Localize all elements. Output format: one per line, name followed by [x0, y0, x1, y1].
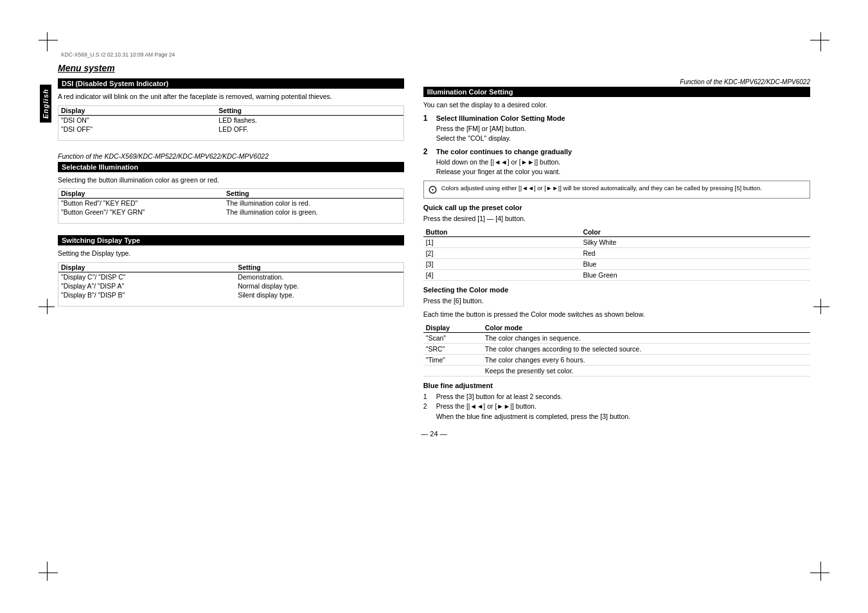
corner-mark	[39, 40, 58, 40]
page: KDC-X569_U.S r2 02.10.31 10:09 AM Page 2…	[0, 0, 868, 613]
table-row: [1] Silky White	[423, 237, 810, 248]
page-content: KDC-X569_U.S r2 02.10.31 10:09 AM Page 2…	[58, 51, 810, 562]
center-mark	[820, 299, 821, 314]
sw-row2-setting: Normal display type.	[235, 281, 403, 290]
blue-step-1-text: Press the [3] button for at least 2 seco…	[436, 392, 563, 402]
corner-mark	[47, 32, 48, 51]
dsi-section-title: DSI (Disabled System Indicator)	[58, 78, 404, 89]
switching-table: Display Setting "Display C"/ "DISP C" De…	[58, 263, 403, 299]
dsi-section: DSI (Disabled System Indicator) A red in…	[58, 78, 404, 141]
cm-row4-display	[423, 365, 483, 376]
blue-fine-title: Blue fine adjustment	[423, 382, 810, 389]
color-mode-intro: Press the [6] button.	[423, 296, 810, 306]
function-header-left: Function of the KDC-X569/KDC-MP522/KDC-M…	[58, 152, 404, 160]
selectable-illumination-title: Selectable Illumination	[58, 162, 404, 172]
table-row: "Button Green"/ "KEY GRN" The illuminati…	[58, 208, 403, 217]
dsi-row2-display: "DSI OFF"	[58, 125, 216, 134]
print-info: KDC-X569_U.S r2 02.10.31 10:09 AM Page 2…	[61, 51, 810, 58]
table-row: "Display C"/ "DISP C" Demonstration.	[58, 272, 403, 282]
color-mode-description: Each time the button is pressed the Colo…	[423, 310, 810, 319]
sel-row1-display: "Button Red"/ "KEY RED"	[58, 199, 224, 208]
switching-section: Switching Display Type Setting the Displ…	[58, 235, 404, 306]
color-table-header-color: Color	[580, 227, 810, 237]
sel-row2-display: "Button Green"/ "KEY GRN"	[58, 208, 224, 217]
color-row4-color: Blue Green	[580, 270, 810, 281]
table-row: "DSI OFF" LED OFF.	[58, 125, 403, 134]
blue-step-2-continued: When the blue fine adjustment is complet…	[423, 412, 810, 422]
cm-row3-display: "Time"	[423, 354, 483, 365]
step-1-line2: Select the "COL" display.	[436, 134, 810, 143]
color-row3-button: [3]	[423, 259, 581, 270]
switching-description: Setting the Display type.	[58, 249, 404, 258]
blue-step-1-row: 1 Press the [3] button for at least 2 se…	[423, 392, 810, 402]
sw-table-header-display: Display	[58, 263, 235, 272]
color-row2-button: [2]	[423, 248, 581, 259]
sw-row1-display: "Display C"/ "DISP C"	[58, 272, 235, 282]
note-box: ⊙ Colors adjusted using either [|◄◄] or …	[423, 181, 810, 199]
color-mode-title: Selecting the Color mode	[423, 286, 810, 294]
dsi-table-header-display: Display	[58, 106, 216, 116]
color-table-header-button: Button	[423, 227, 581, 237]
step-1: 1 Select Illumination Color Setting Mode…	[423, 114, 810, 143]
step-1-number: 1	[423, 114, 432, 123]
sw-row3-setting: Silent display type.	[235, 290, 403, 299]
step-2-content: The color continues to change gradually …	[436, 147, 810, 177]
table-row: "Display A"/ "DISP A" Normal display typ…	[58, 281, 403, 290]
sw-row1-setting: Demonstration.	[235, 272, 403, 282]
table-row: "DSI ON" LED flashes.	[58, 115, 403, 125]
right-column: Function of the KDC-MPV622/KDC-MPV6022 I…	[423, 78, 810, 422]
center-mark	[47, 299, 48, 314]
cm-table-header-mode: Color mode	[483, 323, 810, 333]
color-row4-button: [4]	[423, 270, 581, 281]
sel-table-header-display: Display	[58, 189, 224, 199]
illumination-title: Illumination Color Setting	[423, 87, 810, 97]
step-2-line2: Release your finger at the color you wan…	[436, 167, 810, 177]
selectable-description: Selecting the button illumination color …	[58, 175, 404, 185]
corner-mark	[39, 573, 58, 573]
table-row: "SRC" The color changes according to the…	[423, 343, 810, 354]
color-row3-color: Blue	[580, 259, 810, 270]
selectable-table-wrapper: Display Setting "Button Red"/ "KEY RED" …	[58, 188, 404, 224]
note-text: Colors adjusted using either [|◄◄] or [►…	[441, 184, 762, 192]
quick-call-title: Quick call up the preset color	[423, 204, 810, 211]
step-2-number: 2	[423, 147, 432, 156]
sidebar-language-label: English	[40, 85, 51, 123]
dsi-row2-setting: LED OFF.	[216, 125, 403, 134]
blue-fine-steps: 1 Press the [3] button for at least 2 se…	[423, 392, 810, 422]
step-1-content: Select Illumination Color Setting Mode P…	[436, 114, 810, 143]
cm-row4-mode: Keeps the presently set color.	[483, 365, 810, 376]
illumination-description: You can set the display to a desired col…	[423, 100, 810, 110]
cm-table-header-display: Display	[423, 323, 483, 333]
main-columns: English DSI (Disabled System Indicator) …	[58, 78, 810, 422]
sw-table-header-setting: Setting	[235, 263, 403, 272]
cm-row2-display: "SRC"	[423, 343, 483, 354]
step-2-title: The color continues to change gradually	[436, 147, 810, 157]
table-row: [4] Blue Green	[423, 270, 810, 281]
cm-row1-display: "Scan"	[423, 332, 483, 343]
corner-mark	[820, 562, 821, 581]
corner-mark	[820, 32, 821, 51]
switching-title: Switching Display Type	[58, 235, 404, 245]
dsi-row1-setting: LED flashes.	[216, 115, 403, 125]
step-1-line1: Press the [FM] or [AM] button.	[436, 124, 810, 134]
table-row: Keeps the presently set color.	[423, 365, 810, 376]
corner-mark	[810, 573, 829, 573]
sel-row1-setting: The illumination color is red.	[224, 199, 403, 208]
switching-table-wrapper: Display Setting "Display C"/ "DISP C" De…	[58, 262, 404, 306]
blue-step-2-row: 2 Press the [|◄◄] or [►►|] button.	[423, 402, 810, 412]
selectable-illumination-section: Selectable Illumination Selecting the bu…	[58, 162, 404, 224]
cm-row3-mode: The color changes every 6 hours.	[483, 354, 810, 365]
sw-row3-display: "Display B"/ "DISP B"	[58, 290, 235, 299]
corner-mark	[810, 40, 829, 40]
blue-step-1-num: 1	[423, 392, 432, 402]
step-1-title: Select Illumination Color Setting Mode	[436, 114, 810, 124]
selectable-table: Display Setting "Button Red"/ "KEY RED" …	[58, 189, 403, 217]
dsi-table-header-setting: Setting	[216, 106, 403, 116]
left-column: English DSI (Disabled System Indicator) …	[58, 78, 404, 422]
dsi-row1-display: "DSI ON"	[58, 115, 216, 125]
corner-mark	[47, 562, 48, 581]
dsi-table-wrapper: Display Setting "DSI ON" LED flashes.	[58, 105, 404, 141]
function-header-right: Function of the KDC-MPV622/KDC-MPV6022	[423, 78, 810, 85]
table-row: [2] Red	[423, 248, 810, 259]
cm-row1-mode: The color changes in sequence.	[483, 332, 810, 343]
